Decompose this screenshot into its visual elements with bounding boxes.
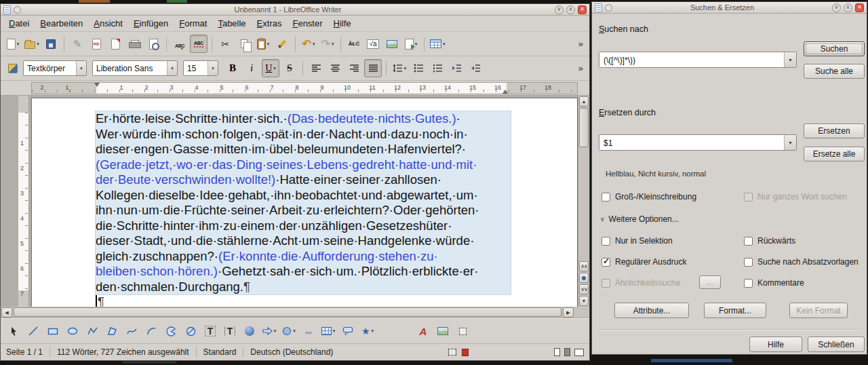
match-case-box[interactable] — [601, 193, 610, 201]
attributes-button[interactable]: Attribute... — [614, 303, 689, 318]
font-name-combo[interactable]: Liberation Sans▾ — [92, 60, 178, 76]
dialog-menu-button[interactable] — [605, 4, 612, 12]
vertical-scroll-thumb[interactable] — [579, 108, 589, 147]
print-preview-button[interactable] — [144, 35, 162, 53]
open-button[interactable]: ▾ — [23, 35, 41, 53]
text-line[interactable]: Kollegen·dieselbe·Idee·gehabt,·ihn·beoba… — [96, 188, 511, 204]
callouts-button[interactable] — [340, 322, 355, 340]
search-all-button[interactable]: Suche alle — [804, 64, 865, 79]
paragraph-styles-box[interactable] — [744, 258, 753, 267]
flowchart-button[interactable]: ▾ — [321, 322, 336, 340]
regex-checkbox[interactable]: ✓ Regulärer Ausdruck — [601, 257, 686, 267]
polygon-button[interactable] — [85, 322, 100, 340]
text-line[interactable]: gleich·zuschnappen?·(Er·konnte·die·Auffo… — [96, 249, 511, 265]
increase-indent-button[interactable] — [448, 59, 465, 77]
bullet-list-button[interactable] — [410, 59, 427, 77]
new-document-button[interactable]: ▾ — [4, 35, 22, 53]
insert-image-button[interactable] — [383, 35, 401, 53]
help-button[interactable]: Hilfe — [749, 337, 802, 352]
menu-datei[interactable]: Datei — [3, 16, 35, 31]
format-button[interactable]: Format... — [704, 303, 766, 318]
text-box-button[interactable]: T — [203, 322, 218, 340]
undo-button[interactable]: ↶▾ — [300, 35, 317, 53]
redo-button[interactable]: ↷▾ — [319, 35, 336, 53]
book-view-icon[interactable] — [574, 349, 584, 356]
search-button[interactable]: Suchen — [804, 41, 865, 56]
menu-einfuegen[interactable]: Einfügen — [128, 16, 174, 31]
window-menu-button[interactable] — [14, 6, 21, 14]
select-tool-button[interactable] — [6, 322, 21, 340]
italic-button[interactable]: i — [243, 59, 260, 77]
edit-mode-button[interactable]: ✎ — [68, 35, 86, 53]
comments-box[interactable] — [744, 279, 753, 288]
strikethrough-button[interactable]: S — [281, 59, 298, 77]
auto-spellcheck-button[interactable]: ABC — [190, 35, 208, 53]
text-line[interactable]: (Gerade·jetzt,·wo·er·das·Ding·seines·Leb… — [96, 157, 511, 173]
paragraph-style-combo[interactable]: Textkörper▾ — [23, 60, 87, 76]
combo-caret[interactable]: ▾ — [208, 61, 218, 75]
vertical-text-button[interactable]: T — [222, 322, 237, 340]
close-dialog-button[interactable]: Schließen — [808, 337, 865, 352]
replace-button[interactable]: Ersetzen — [804, 123, 865, 138]
selection-only-box[interactable] — [601, 237, 610, 246]
navigation-button[interactable] — [579, 273, 589, 283]
combo-caret[interactable]: ▾ — [784, 52, 796, 67]
combo-caret[interactable]: ▾ — [784, 135, 796, 150]
combo-caret[interactable]: ▾ — [167, 61, 177, 75]
numbered-list-button[interactable] — [429, 59, 446, 77]
font-size-combo[interactable]: 15▾ — [183, 60, 218, 76]
match-case-checkbox[interactable]: Groß-/Kleinschreibung — [601, 192, 696, 201]
menu-tabelle[interactable]: Tabelle — [212, 16, 251, 31]
scroll-left-button[interactable]: ◀ — [1, 307, 12, 318]
text-line[interactable]: dieser·engen·Gasse·mitten·im·übel·beleum… — [96, 142, 511, 157]
ellipse-button[interactable] — [65, 322, 80, 340]
print-directly-button[interactable] — [106, 35, 124, 53]
connector-button[interactable]: ⇔ — [301, 322, 316, 340]
dialog-close-button[interactable]: ✕ — [855, 3, 864, 12]
rectangle-button[interactable] — [45, 322, 60, 340]
toggle-points-button[interactable] — [455, 322, 470, 340]
horizontal-scrollbar[interactable]: ◀ ▶ — [1, 307, 589, 318]
spelling-button[interactable]: ABC✓ — [171, 35, 189, 53]
text-line[interactable]: bleiben·schon·hören.)·Gehetzt·sah·er·sic… — [96, 264, 511, 280]
fontwork-gallery-button[interactable]: A — [416, 322, 431, 340]
underline-button[interactable]: U▾ — [262, 59, 279, 77]
minimize-button[interactable]: ∨ — [555, 5, 564, 14]
page-count[interactable]: Seite 1 / 1 — [6, 347, 43, 357]
regex-box[interactable]: ✓ — [601, 258, 610, 267]
combo-caret[interactable]: ▾ — [76, 61, 86, 75]
text-line[interactable]: ihn·nun·um·die·Früchte·seiner·Arbeit·zu·… — [96, 203, 511, 218]
polygon-filled-button[interactable] — [104, 322, 119, 340]
menu-fenster[interactable]: Fenster — [287, 16, 328, 31]
menu-ansicht[interactable]: Ansicht — [88, 16, 128, 31]
unsaved-changes-icon[interactable] — [462, 349, 469, 356]
curve-button[interactable] — [144, 322, 159, 340]
insert-formula-button[interactable]: √a — [364, 35, 382, 53]
text-line[interactable]: dieser·Stadt,·und·die·stählerne·Acht·um·… — [96, 233, 511, 249]
styles-button[interactable] — [4, 59, 22, 77]
print-button[interactable] — [125, 35, 143, 53]
paste-button[interactable]: ▾ — [254, 35, 272, 53]
comments-checkbox[interactable]: Kommentare — [744, 278, 804, 288]
more-options-expander[interactable]: ∨ Weitere Optionen... — [600, 214, 679, 224]
fontwork-button[interactable] — [242, 322, 257, 340]
insert-object-button[interactable]: ▾ — [402, 35, 420, 53]
text-line[interactable]: Er·hörte·leise·Schritte·hinter·sich.·(Da… — [96, 111, 511, 127]
scroll-right-button[interactable]: ▶ — [563, 307, 574, 318]
backwards-box[interactable] — [744, 237, 753, 246]
dialog-minimize-button[interactable]: ∨ — [832, 3, 841, 12]
text-line[interactable]: der·Beute·verschwinden·wollte!)·Hatte·ei… — [96, 172, 511, 188]
menu-hilfe[interactable]: Hilfe — [328, 16, 357, 31]
dialog-maximize-button[interactable]: ∧ — [844, 3, 852, 12]
vertical-scroll-track[interactable] — [578, 148, 589, 261]
freeform-line-button[interactable] — [124, 322, 139, 340]
document-page[interactable]: Er·hörte·leise·Schritte·hinter·sich.·(Da… — [31, 98, 578, 307]
selection-mode-icon[interactable] — [448, 349, 456, 356]
text-language[interactable]: Deutsch (Deutschland) — [250, 347, 333, 357]
menu-bearbeiten[interactable]: Bearbeiten — [35, 16, 88, 31]
search-combo[interactable]: (\([^\)]*\)) ▾ — [599, 52, 797, 68]
horizontal-scroll-thumb[interactable] — [14, 307, 561, 317]
horizontal-ruler[interactable]: 21123456789101112131415161718 — [31, 82, 578, 94]
backwards-checkbox[interactable]: Rückwärts — [744, 236, 795, 246]
page-style[interactable]: Standard — [203, 347, 237, 357]
